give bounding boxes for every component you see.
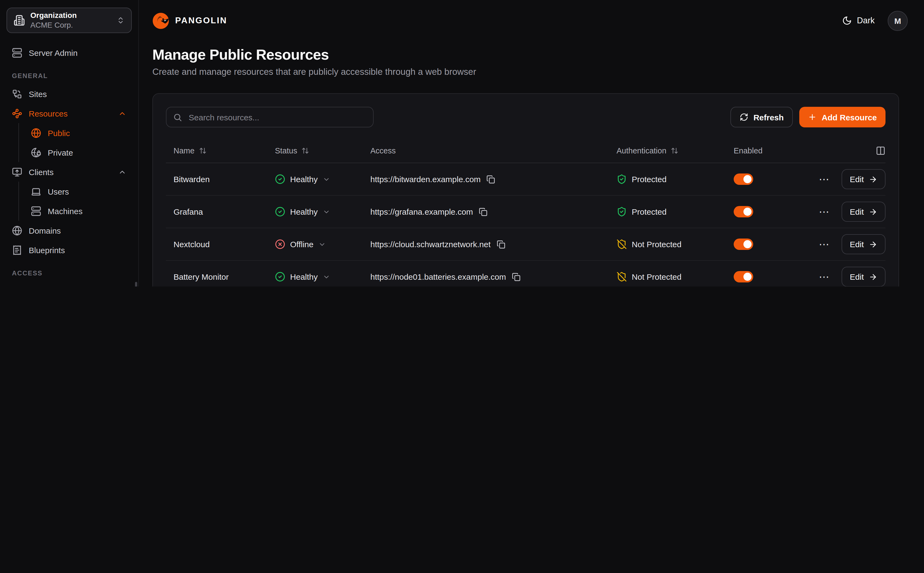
- user-avatar[interactable]: M: [888, 11, 908, 31]
- copy-url-button[interactable]: [497, 240, 505, 249]
- columns-icon: [876, 146, 885, 155]
- table-row: Bitwarden Healthy https://bitwarden.exam…: [166, 163, 885, 196]
- row-menu-button[interactable]: ⋯: [819, 174, 830, 184]
- chevron-up-icon: [118, 168, 126, 176]
- sort-icon: [671, 147, 678, 154]
- shield-check-icon: [617, 207, 627, 217]
- sidebar-item-public[interactable]: Public: [19, 123, 132, 142]
- resources-card: Refresh Add Resource Name Status: [152, 93, 899, 286]
- section-label-general: GENERAL: [12, 72, 126, 80]
- sites-icon: [12, 89, 22, 99]
- column-header-name[interactable]: Name: [166, 146, 275, 155]
- sidebar-item-clients[interactable]: Clients: [6, 162, 132, 182]
- row-actions: ⋯ Edit: [819, 234, 885, 254]
- copy-url-button[interactable]: [512, 272, 521, 281]
- main-area: PANGOLIN Dark M Manage Public Resources …: [139, 0, 924, 286]
- section-label-access: ACCESS: [12, 269, 126, 277]
- sidebar-item-users[interactable]: Users: [6, 281, 132, 286]
- sidebar-item-domains[interactable]: Domains: [6, 221, 132, 240]
- enabled-toggle[interactable]: [734, 271, 753, 282]
- enabled-cell: [734, 238, 819, 250]
- arrow-right-icon: [869, 175, 877, 183]
- enabled-cell: [734, 174, 819, 185]
- edit-button[interactable]: Edit: [842, 234, 885, 254]
- enabled-toggle[interactable]: [734, 174, 753, 185]
- brand-name: PANGOLIN: [175, 16, 227, 25]
- chevron-down-icon: [318, 240, 326, 248]
- page-title: Manage Public Resources: [152, 47, 911, 63]
- sidebar-item-sites[interactable]: Sites: [6, 84, 132, 103]
- arrow-right-icon: [869, 272, 877, 281]
- enabled-cell: [734, 206, 819, 218]
- sidebar-item-private[interactable]: Private: [19, 142, 132, 162]
- copy-url-button[interactable]: [487, 175, 495, 183]
- add-resource-button[interactable]: Add Resource: [800, 107, 885, 127]
- circle-check-icon: [275, 272, 285, 282]
- column-header-status[interactable]: Status: [275, 146, 370, 155]
- enabled-toggle[interactable]: [734, 206, 753, 218]
- waypoints-icon: [12, 108, 22, 119]
- row-menu-button[interactable]: ⋯: [819, 239, 830, 249]
- copy-icon: [512, 272, 521, 281]
- enabled-toggle[interactable]: [734, 238, 753, 250]
- circle-x-icon: [275, 239, 285, 249]
- status-cell: Healthy: [275, 174, 370, 184]
- chevron-down-icon: [323, 273, 330, 280]
- authentication-cell: Protected: [617, 207, 734, 217]
- org-selector-value: ACME Corp.: [30, 20, 111, 30]
- status-dropdown[interactable]: Healthy: [275, 174, 330, 184]
- app-root: Organization ACME Corp. Server Admin GEN…: [0, 0, 924, 286]
- search-input[interactable]: [188, 112, 366, 122]
- authentication-cell: Not Protected: [617, 272, 734, 282]
- row-menu-button[interactable]: ⋯: [819, 207, 830, 217]
- copy-icon: [479, 207, 488, 216]
- monitor-up-icon: [12, 167, 22, 177]
- globe-lock-icon: [31, 147, 41, 158]
- copy-icon: [497, 240, 505, 249]
- row-actions: ⋯ Edit: [819, 169, 885, 189]
- status-dropdown[interactable]: Healthy: [275, 207, 330, 217]
- table-row: Nextcloud Offline https://cloud.schwartz…: [166, 228, 885, 261]
- refresh-button[interactable]: Refresh: [731, 107, 793, 127]
- table-row: Grafana Healthy https://grafana.example.…: [166, 196, 885, 228]
- moon-icon: [843, 16, 852, 25]
- chevron-down-icon: [323, 175, 330, 183]
- column-header-authentication[interactable]: Authentication: [617, 146, 734, 155]
- search-icon: [173, 113, 182, 122]
- edit-button[interactable]: Edit: [842, 202, 885, 222]
- authentication-cell: Protected: [617, 174, 734, 184]
- column-header-access: Access: [370, 146, 617, 155]
- status-dropdown[interactable]: Offline: [275, 239, 326, 249]
- status-cell: Healthy: [275, 272, 370, 282]
- column-visibility-button[interactable]: [876, 146, 885, 155]
- sidebar-item-resources[interactable]: Resources: [6, 103, 132, 123]
- row-menu-button[interactable]: ⋯: [819, 272, 830, 282]
- copy-icon: [487, 175, 495, 183]
- circle-check-icon: [275, 207, 285, 217]
- sidebar-item-blueprints[interactable]: Blueprints: [6, 240, 132, 260]
- topbar: PANGOLIN Dark M: [139, 0, 924, 41]
- edit-button[interactable]: Edit: [842, 267, 885, 286]
- globe-icon: [12, 225, 22, 236]
- sidebar-scrollbar-thumb[interactable]: [135, 282, 137, 286]
- user-icon: [12, 286, 22, 286]
- chevron-up-icon: [118, 109, 126, 117]
- page-head: Manage Public Resources Create and manag…: [152, 47, 911, 77]
- arrow-right-icon: [869, 240, 877, 249]
- sidebar-item-server-admin[interactable]: Server Admin: [6, 43, 132, 63]
- sort-icon: [199, 147, 206, 154]
- copy-url-button[interactable]: [479, 207, 488, 216]
- arrow-right-icon: [869, 207, 877, 216]
- edit-button[interactable]: Edit: [842, 169, 885, 189]
- resource-rows: Bitwarden Healthy https://bitwarden.exam…: [153, 163, 899, 286]
- status-dropdown[interactable]: Healthy: [275, 272, 330, 282]
- org-selector[interactable]: Organization ACME Corp.: [6, 8, 132, 33]
- theme-toggle-button[interactable]: Dark: [843, 16, 875, 25]
- status-cell: Offline: [275, 239, 370, 249]
- sidebar-item-machines[interactable]: Machines: [19, 201, 132, 221]
- org-selector-label: Organization: [30, 11, 111, 20]
- chevron-down-icon: [323, 208, 330, 216]
- brand[interactable]: PANGOLIN: [152, 12, 227, 29]
- row-actions: ⋯ Edit: [819, 267, 885, 286]
- sidebar-item-client-users[interactable]: Users: [19, 182, 132, 201]
